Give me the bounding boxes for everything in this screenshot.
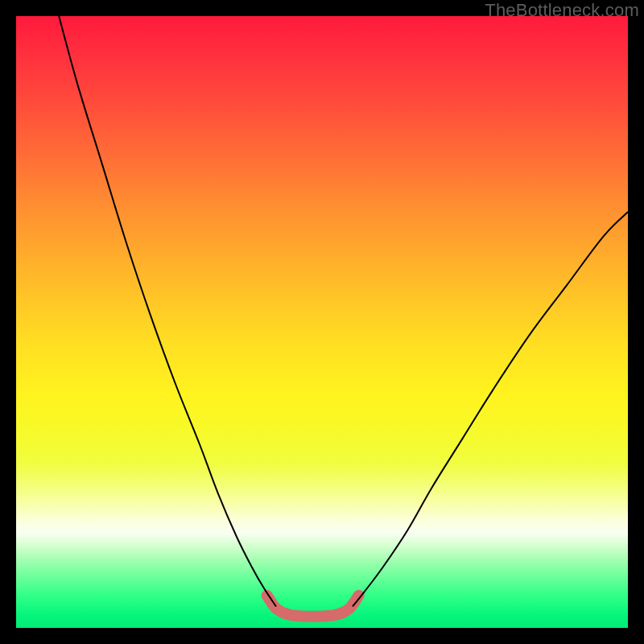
- plot-area: [16, 16, 628, 628]
- curve-svg: [16, 16, 628, 628]
- left-curve-path: [59, 16, 276, 606]
- valley-highlight-path: [267, 596, 359, 617]
- chart-frame: TheBottleneck.com: [0, 0, 644, 644]
- right-curve-path: [353, 212, 628, 606]
